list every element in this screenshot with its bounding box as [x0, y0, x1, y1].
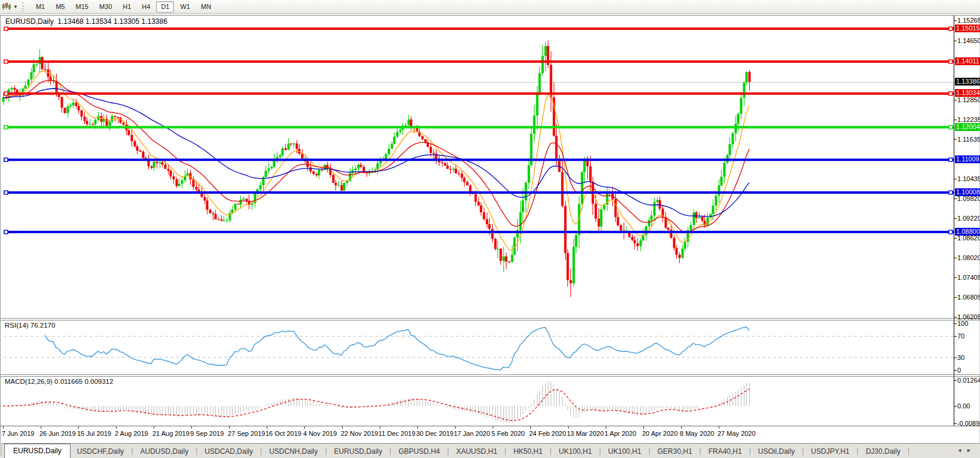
price-axis-tick: 1.06805: [957, 294, 980, 301]
date-axis-label: 15 Jul 2019: [77, 430, 111, 437]
chart-tab-eurusd-daily[interactable]: EURUSD,Daily: [4, 444, 71, 458]
chart-tab-bar: EURUSD,DailyUSDCHF,Daily|AUDUSD,Daily|US…: [0, 443, 980, 458]
chart-tab-usdjpy-h1[interactable]: USDJPY,H1: [804, 445, 856, 458]
price-level-badge: 1.13034: [955, 89, 980, 97]
price-axis-tick: 1.09820: [957, 195, 980, 202]
macd-axis-tick: 0.00: [957, 402, 970, 410]
price-level-badge: 1.08800: [955, 228, 980, 236]
date-axis-label: 21 Aug 2019: [152, 430, 190, 437]
date-axis-label: 4 Nov 2019: [303, 430, 337, 437]
chart-ohlc-values: 1.13468 1.13534 1.13305 1.13386: [57, 17, 167, 26]
rsi-indicator-label: RSI(14) 76.2170: [5, 322, 55, 329]
chart-tab-ger30-h1[interactable]: GER30,H1: [651, 445, 699, 458]
chart-tab-dj30-daily[interactable]: DJ30,Daily: [859, 445, 907, 458]
date-axis-label: 2 Aug 2019: [115, 430, 148, 437]
date-axis-label: 8 May 2020: [680, 430, 714, 437]
chart-title: EURUSD,Daily 1.13468 1.13534 1.13305 1.1…: [5, 17, 167, 26]
chart-tab-xauusd-h1[interactable]: XAUUSD,H1: [450, 445, 504, 458]
tab-scroll-right-icon[interactable]: ►: [966, 447, 976, 453]
price-axis-tick: 1.14650: [957, 37, 980, 44]
date-axis-label: 17 Jan 2020: [454, 430, 490, 437]
tab-separator: |: [907, 447, 910, 455]
chart-tab-usoil-daily[interactable]: USOil,Daily: [752, 445, 801, 458]
chart-tab-uk100-h1[interactable]: UK100,H1: [552, 445, 599, 458]
date-axis-label: 5 Feb 2020: [491, 430, 525, 437]
date-axis-label: 11 Dec 2019: [378, 430, 416, 437]
price-axis-tick: 1.10435: [957, 175, 980, 182]
price-axis-tick: 1.15265: [957, 17, 980, 24]
rsi-axis-tick: 70: [957, 332, 964, 340]
price-chart-canvas[interactable]: [0, 0, 980, 458]
chart-tab-usdcad-daily[interactable]: USDCAD,Daily: [198, 445, 259, 458]
chart-tab-fra40-h1[interactable]: FRA40,H1: [702, 445, 749, 458]
date-axis-label: 1 Apr 2020: [605, 430, 636, 437]
price-level-badge: 1.10008: [955, 188, 980, 196]
price-level-badge: 1.11009: [955, 155, 980, 163]
macd-indicator-label: MACD(12,26,9) 0.011665 0.009312: [5, 378, 113, 385]
price-axis-tick: 1.07405: [957, 274, 980, 281]
chart-tab-gbpusd-h4[interactable]: GBPUSD,H4: [392, 445, 446, 458]
date-axis-label: 24 Feb 2020: [529, 430, 566, 437]
chart-tab-uk100-h1[interactable]: UK100,H1: [602, 445, 648, 458]
price-level-badge: 1.15015: [955, 25, 980, 32]
date-axis-label: 13 Mar 2020: [567, 430, 604, 437]
date-axis-label: 16 Oct 2019: [265, 430, 301, 437]
price-level-badge: 1.13386: [955, 78, 980, 86]
rsi-axis-tick: 30: [957, 354, 964, 361]
price-axis-tick: 1.09220: [957, 215, 980, 222]
tab-scroll-arrows: ◄►: [957, 447, 976, 453]
date-axis-label: 30 Dec 2019: [416, 430, 453, 437]
date-axis-label: 26 Jun 2019: [39, 430, 76, 437]
tab-scroll-left-icon[interactable]: ◄: [957, 447, 966, 453]
price-level-badge: 1.14011: [955, 57, 980, 65]
date-axis-label: 27 Sep 2019: [228, 430, 265, 437]
date-axis-label: 27 May 2020: [718, 430, 756, 437]
chart-tab-audusd-daily[interactable]: AUDUSD,Daily: [134, 445, 196, 458]
date-axis-label: 22 Nov 2019: [341, 430, 378, 437]
chart-symbol-label: EURUSD,Daily: [5, 17, 54, 26]
macd-axis-tick: 0.012645: [957, 377, 980, 384]
rsi-axis-tick: 100: [957, 320, 968, 327]
rsi-axis-tick: 0: [957, 367, 961, 374]
price-axis-tick: 1.12235: [957, 116, 980, 123]
date-axis-label: 9 Sep 2019: [190, 430, 224, 437]
price-axis-tick: 1.08020: [957, 254, 980, 261]
chart-tab-usdchf-daily[interactable]: USDCHF,Daily: [71, 445, 131, 458]
date-axis-label: 20 Apr 2020: [642, 430, 677, 437]
chart-tab-usdcnh-daily[interactable]: USDCNH,Daily: [262, 445, 324, 458]
chart-tab-eurusd-daily[interactable]: EURUSD,Daily: [328, 445, 389, 458]
macd-axis-tick: -0.00891: [957, 420, 980, 427]
chart-tab-hk50-h1[interactable]: HK50,H1: [507, 445, 549, 458]
date-axis-label: 7 Jun 2019: [2, 430, 34, 437]
price-axis-tick: 1.11635: [957, 136, 980, 143]
tab-bar-grip[interactable]: [1, 445, 4, 456]
price-level-badge: 1.12004: [955, 123, 980, 131]
